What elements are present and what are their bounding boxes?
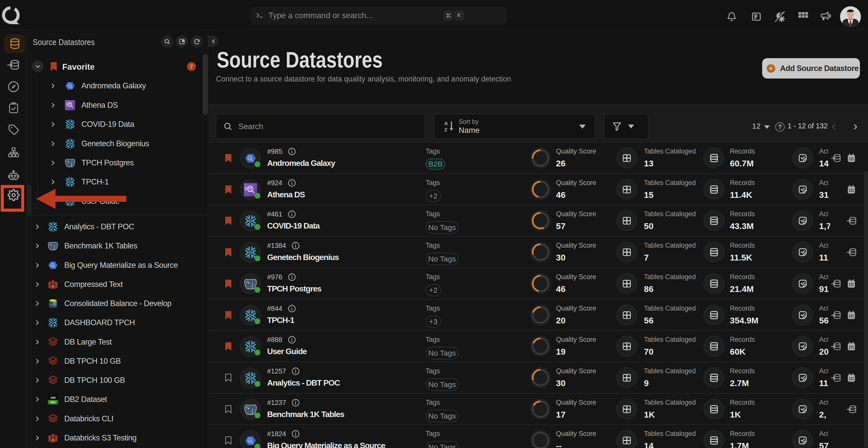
svg-text:IBM: IBM — [51, 396, 56, 400]
svg-text:A: A — [444, 120, 448, 126]
svg-text:DB2: DB2 — [50, 401, 56, 404]
svg-text:Z: Z — [444, 127, 447, 132]
